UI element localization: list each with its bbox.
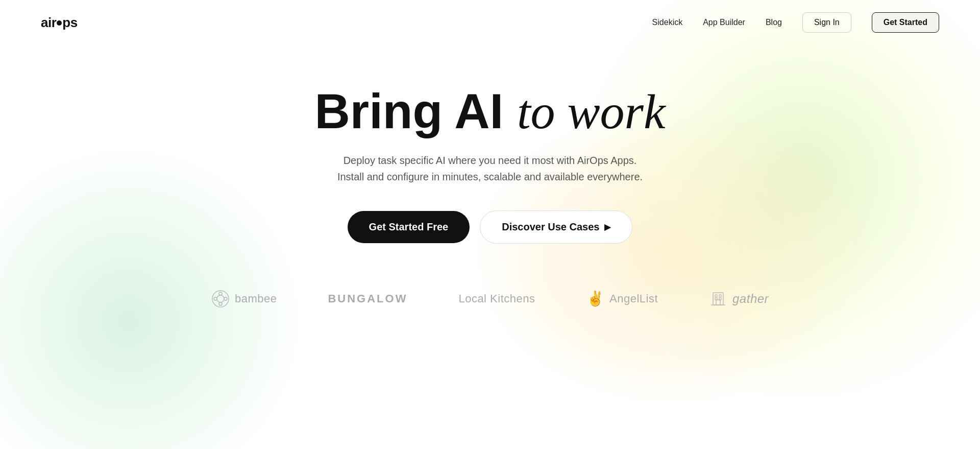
svg-rect-8 [715, 295, 717, 297]
logo[interactable]: airps [41, 15, 78, 31]
gather-label: gather [732, 292, 769, 306]
svg-point-0 [212, 291, 229, 307]
play-icon: ▶ [604, 222, 610, 232]
logo-ops: ps [62, 15, 77, 30]
bambee-icon [211, 290, 230, 308]
svg-point-4 [214, 297, 217, 300]
nav-item-signin[interactable]: Sign In [802, 12, 851, 33]
svg-rect-10 [715, 298, 717, 300]
logo-local-kitchens: Local Kitchens [458, 292, 535, 305]
bambee-label: bambee [235, 292, 277, 305]
getstarted-nav-button[interactable]: Get Started [872, 12, 939, 33]
peace-icon: ✌️ [586, 290, 605, 307]
signin-button[interactable]: Sign In [802, 12, 851, 33]
nav-item-appbuilder[interactable]: App Builder [703, 18, 745, 27]
svg-rect-9 [719, 295, 721, 297]
blog-link[interactable]: Blog [766, 18, 782, 27]
logo-bungalow: BUNGALOW [328, 292, 407, 305]
logos-section: bambee BUNGALOW Local Kitchens ✌️ AngelL… [0, 264, 980, 323]
logo-circle-icon [57, 20, 62, 26]
logo-text: air [41, 15, 56, 30]
hero-subtitle-line2: Install and configure in minutes, scalab… [337, 171, 643, 182]
get-started-free-button[interactable]: Get Started Free [348, 211, 470, 243]
svg-point-1 [217, 295, 224, 302]
navbar: airps Sidekick App Builder Blog Sign In … [0, 0, 980, 45]
svg-point-5 [224, 297, 227, 300]
logo-bambee: bambee [211, 290, 277, 308]
svg-point-2 [219, 292, 222, 295]
logo-gather: gather [709, 290, 769, 308]
svg-rect-6 [713, 293, 723, 305]
hero-title-light: to work [517, 84, 666, 139]
svg-point-3 [219, 302, 222, 305]
appbuilder-link[interactable]: App Builder [703, 18, 745, 27]
hero-buttons: Get Started Free Discover Use Cases ▶ [348, 210, 633, 244]
hero-subtitle-line1: Deploy task specific AI where you need i… [344, 155, 637, 166]
hero-section: Bring AI to work Deploy task specific AI… [0, 45, 980, 264]
discover-use-cases-button[interactable]: Discover Use Cases ▶ [480, 210, 632, 244]
logo-angellist: ✌️ AngelList [586, 290, 658, 307]
discover-use-cases-label: Discover Use Cases [502, 221, 599, 233]
hero-title-bold: Bring AI [314, 84, 503, 138]
bungalow-label: BUNGALOW [328, 292, 407, 305]
nav-links: Sidekick App Builder Blog Sign In Get St… [652, 12, 939, 33]
nav-item-blog[interactable]: Blog [766, 18, 782, 27]
nav-item-getstarted[interactable]: Get Started [872, 12, 939, 33]
hero-subtitle: Deploy task specific AI where you need i… [337, 152, 643, 185]
svg-rect-11 [719, 298, 721, 300]
local-kitchens-label: Local Kitchens [458, 292, 535, 305]
svg-rect-7 [716, 300, 720, 305]
angellist-label: AngelList [609, 292, 658, 305]
sidekick-link[interactable]: Sidekick [652, 18, 683, 27]
hero-title: Bring AI to work [314, 86, 665, 138]
gather-building-icon [709, 290, 727, 308]
nav-item-sidekick[interactable]: Sidekick [652, 18, 683, 27]
